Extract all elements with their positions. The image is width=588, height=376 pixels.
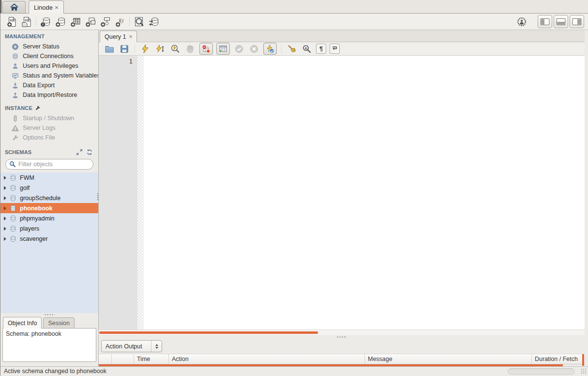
beautify-script-button[interactable]	[286, 43, 298, 55]
column-header-index[interactable]	[112, 354, 134, 364]
schema-row-groupschedule[interactable]: groupSchedule	[0, 193, 98, 203]
output-type-select[interactable]: Action Output	[101, 340, 162, 352]
toolbar-separator	[36, 17, 36, 26]
search-table-data-button[interactable]	[131, 15, 146, 29]
main-toolbar: i f()	[0, 14, 588, 30]
preferences-gear-button[interactable]	[515, 15, 528, 29]
rollback-button[interactable]	[248, 43, 260, 55]
column-header-action[interactable]: Action	[169, 354, 365, 364]
tab-object-info[interactable]: Object Info	[3, 317, 42, 329]
schema-row-players[interactable]: players	[0, 223, 98, 234]
sidebar-item-startup-shutdown[interactable]: Startup / Shutdown	[0, 113, 98, 123]
expand-schemas-icon[interactable]	[76, 149, 83, 156]
toggle-right-sidebar-button[interactable]	[570, 15, 584, 28]
options-file-wrench-icon	[12, 134, 19, 141]
query-tab-close-icon[interactable]: ×	[129, 34, 132, 40]
scrollbar-thumb[interactable]	[99, 331, 318, 334]
rollback-x-icon	[249, 44, 259, 54]
sidebar-item-server-logs[interactable]: Server Logs	[0, 123, 98, 133]
toggle-word-wrap-button[interactable]	[330, 44, 340, 54]
sidebar-item-data-import[interactable]: Data Import/Restore	[0, 90, 98, 100]
code-text-area[interactable]	[144, 56, 585, 329]
sidebar-item-label: Startup / Shutdown	[23, 115, 74, 122]
sidebar-item-label: Data Import/Restore	[23, 92, 77, 98]
toggle-invisible-characters-button[interactable]: ¶	[316, 44, 326, 54]
toolbar-separator	[135, 45, 135, 53]
commit-button[interactable]	[233, 43, 245, 55]
sidebar-item-server-status[interactable]: Server Status	[0, 42, 98, 51]
open-file-button[interactable]	[104, 43, 115, 55]
create-function-icon: f()	[115, 16, 126, 28]
action-output-panel: Action Output Time Action Message Durati…	[99, 339, 585, 366]
limit-rows-grid-icon	[218, 44, 228, 54]
connection-tab-close-icon[interactable]: ×	[55, 4, 59, 11]
output-vertical-scrollbar[interactable]	[582, 354, 584, 366]
connection-tab[interactable]: Linode ×	[29, 0, 64, 14]
window-resize-grip[interactable]	[581, 368, 587, 374]
reconnect-dbms-button[interactable]	[146, 15, 161, 29]
create-schema-button[interactable]	[53, 15, 68, 29]
create-function-button[interactable]: f()	[113, 15, 128, 29]
grip-handle	[44, 314, 55, 315]
find-button[interactable]: A	[301, 43, 313, 55]
query-tab[interactable]: Query 1 ×	[100, 31, 137, 42]
wrap-arrow-icon	[331, 45, 338, 52]
column-header-time[interactable]: Time	[134, 354, 169, 364]
save-script-button[interactable]	[119, 43, 130, 55]
create-table-button[interactable]	[68, 15, 83, 29]
expander-icon[interactable]	[4, 186, 6, 190]
expander-icon[interactable]	[4, 217, 6, 220]
home-icon	[10, 3, 19, 12]
editor-horizontal-scrollbar[interactable]	[99, 329, 585, 335]
database-icon	[10, 225, 16, 233]
sidebar-item-users-privileges[interactable]: Users and Privileges	[0, 61, 98, 71]
toggle-output-area-button[interactable]	[554, 15, 568, 28]
sidebar-item-client-connections[interactable]: Client Connections	[0, 51, 98, 61]
navigator-sidebar: MANAGEMENT Server Status Client Connecti…	[0, 30, 99, 366]
stop-execution-button[interactable]	[184, 43, 196, 55]
sidebar-item-data-export[interactable]: Data Export	[0, 80, 98, 90]
column-header-duration[interactable]: Duration / Fetch	[532, 354, 585, 364]
create-view-button[interactable]	[83, 15, 98, 29]
refresh-schemas-icon[interactable]	[86, 149, 93, 156]
expander-icon[interactable]	[4, 237, 6, 241]
toggle-left-sidebar-button[interactable]	[538, 15, 552, 28]
schema-row-phonebook[interactable]: phonebook	[0, 203, 98, 213]
sql-editor-area: Query 1 ×	[99, 30, 588, 366]
schema-row-fwm[interactable]: FWM	[0, 172, 98, 183]
column-header-message[interactable]: Message	[365, 354, 532, 364]
schema-row-phpmyadmin[interactable]: phpmyadmin	[0, 213, 98, 223]
status-variables-icon	[12, 72, 19, 79]
execute-button[interactable]	[139, 43, 151, 55]
schema-row-golf[interactable]: golf	[0, 183, 98, 193]
explain-plan-button[interactable]	[169, 43, 181, 55]
home-tab[interactable]	[2, 1, 26, 13]
output-splitter[interactable]	[99, 335, 585, 339]
sidebar-item-status-system-variables[interactable]: Status and System Variables	[0, 71, 98, 80]
tab-session[interactable]: Session	[43, 317, 74, 328]
column-header-status[interactable]	[99, 354, 112, 364]
toggle-autocommit-button[interactable]	[263, 43, 277, 55]
toggle-stop-on-error-button[interactable]	[199, 43, 213, 55]
create-procedure-button[interactable]	[98, 15, 113, 29]
editor-toolbar: A ¶	[99, 42, 585, 56]
execute-current-statement-button[interactable]	[154, 43, 166, 55]
commit-check-icon	[234, 44, 244, 54]
schema-name: groupSchedule	[20, 195, 60, 202]
schema-row-scavenger[interactable]: scavenger	[0, 234, 98, 244]
schema-name: FWM	[20, 174, 34, 181]
status-bar: Active schema changed to phonebook	[0, 366, 588, 376]
expander-icon[interactable]	[4, 227, 6, 231]
toggle-limit-rows-button[interactable]	[216, 43, 230, 55]
expander-icon[interactable]	[4, 196, 6, 200]
open-sql-script-button[interactable]	[19, 15, 34, 29]
connection-tab-label: Linode	[34, 4, 53, 11]
schema-inspector-button[interactable]: i	[38, 15, 53, 29]
expander-icon[interactable]	[4, 176, 6, 180]
database-icon	[10, 235, 16, 243]
schema-filter-input[interactable]	[18, 161, 90, 168]
new-sql-tab-button[interactable]	[4, 15, 19, 29]
expander-icon[interactable]	[4, 206, 6, 210]
sidebar-item-options-file[interactable]: Options File	[0, 133, 98, 142]
sidebar-splitter-grip[interactable]	[97, 193, 99, 201]
